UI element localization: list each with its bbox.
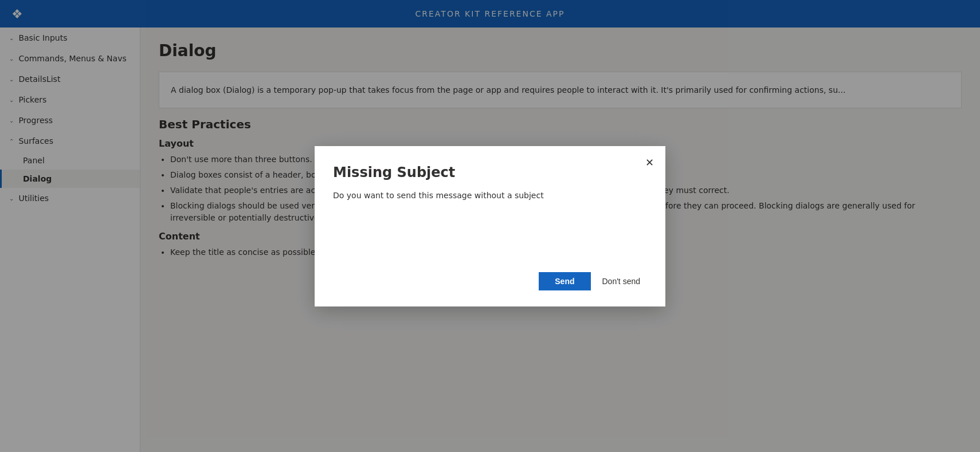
dialog-dont-send-button[interactable]: Don't send	[595, 272, 648, 290]
dialog-close-button[interactable]: ✕	[643, 155, 656, 170]
dialog-footer: Send Don't send	[333, 272, 647, 290]
dialog-overlay: ✕ Missing Subject Do you want to send th…	[0, 0, 980, 452]
dialog-body: Do you want to send this message without…	[333, 190, 647, 249]
dialog: ✕ Missing Subject Do you want to send th…	[315, 146, 665, 306]
dialog-send-button[interactable]: Send	[539, 272, 590, 290]
dialog-title: Missing Subject	[333, 164, 647, 180]
